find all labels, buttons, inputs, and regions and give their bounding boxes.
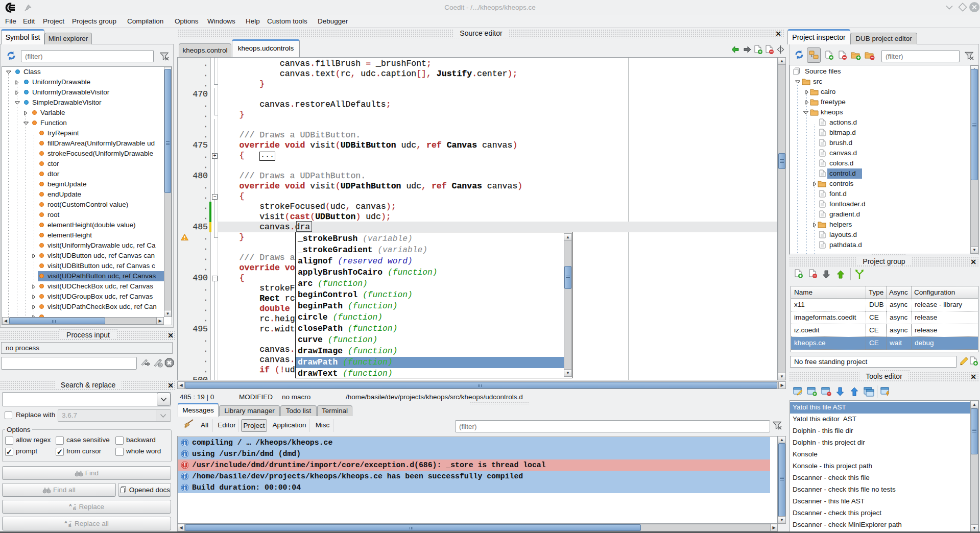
svg-text:B: B bbox=[73, 506, 76, 511]
svg-text:A: A bbox=[69, 503, 72, 507]
svg-text:A: A bbox=[64, 520, 67, 524]
svg-text:B: B bbox=[68, 523, 71, 527]
